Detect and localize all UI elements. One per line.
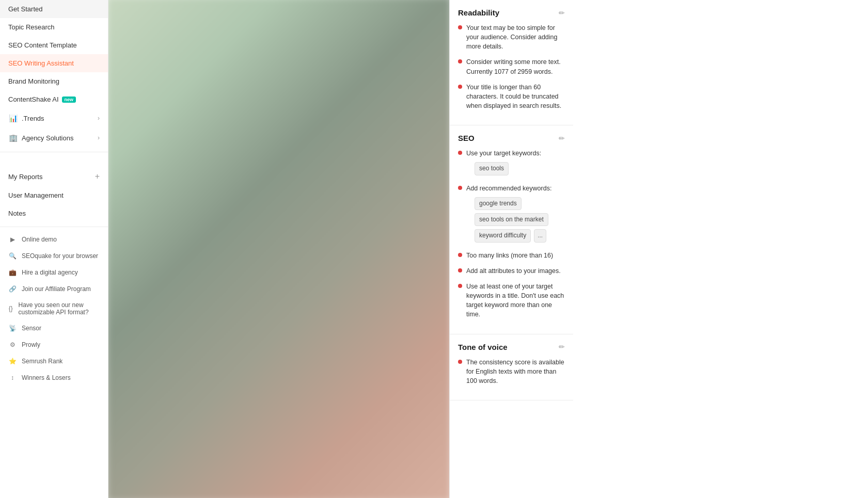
sidebar-small-item-prowly[interactable]: ⚙ Prowly	[0, 336, 108, 353]
sidebar-small-item-affiliate[interactable]: 🔗 Join our Affiliate Program	[0, 281, 108, 297]
edit-icon-readability[interactable]: ✏	[559, 9, 565, 17]
content-image	[108, 0, 449, 498]
divider	[0, 152, 108, 152]
sidebar-small-item-hire-agency[interactable]: 💼 Hire a digital agency	[0, 264, 108, 281]
sidebar-small-label-prowly: Prowly	[22, 341, 40, 348]
sidebar-expandable-label-agency-solutions: Agency Solutions	[22, 134, 73, 142]
panel-section-header-readability: Readability ✏	[458, 8, 565, 17]
panel-section-readability: Readability ✏ Your text may be too simpl…	[450, 0, 573, 125]
sidebar: Get StartedTopic ResearchSEO Content Tem…	[0, 0, 108, 498]
sidebar-small-item-semrush-rank[interactable]: ⭐ Semrush Rank	[0, 353, 108, 370]
sidebar-item-contentshake-ai[interactable]: ContentShake AInew	[0, 90, 108, 108]
sidebar-small-label-hire-agency: Hire a digital agency	[22, 269, 78, 276]
keyword-tag-google-trends: google trends	[475, 197, 522, 210]
seo-links-text: Too many links (more than 16)	[466, 251, 553, 260]
sidebar-small-item-online-demo[interactable]: ▶ Online demo	[0, 231, 108, 248]
keyword-tag-seo-tools: seo tools	[475, 162, 509, 175]
bullet-dot	[458, 284, 462, 288]
winners-losers-icon: ↕	[8, 374, 17, 382]
bullet-item-readability-0: Your text may be too simple for your aud…	[458, 23, 565, 51]
sensor-icon: 📡	[8, 324, 17, 332]
bullet-dot	[458, 268, 462, 272]
seo-target-in-title: Use at least one of your target keywords…	[458, 282, 565, 319]
seo-target-label: Use your target keywords:	[466, 150, 541, 157]
sidebar-small-label-api: Have you seen our new customizable API f…	[19, 301, 100, 316]
sidebar-expandable-trends[interactable]: 📊 .Trends ›	[0, 108, 108, 128]
sidebar-small-item-api[interactable]: {} Have you seen our new customizable AP…	[0, 297, 108, 320]
bullet-text-tone-of-voice-0: The consistency score is available for E…	[466, 358, 565, 385]
panel-section-tone-of-voice: Tone of voice ✏ The consistency score is…	[450, 334, 573, 400]
keyword-tag-seo-tools-market: seo tools on the market	[475, 213, 548, 226]
panel-section-header-seo: SEO ✏	[458, 134, 565, 142]
panel-section-title-readability: Readability	[458, 8, 499, 17]
online-demo-icon: ▶	[8, 235, 17, 244]
divider-2	[0, 227, 108, 227]
sidebar-small-label-semrush-rank: Semrush Rank	[22, 358, 62, 365]
sidebar-item-brand-monitoring[interactable]: Brand Monitoring	[0, 72, 108, 90]
my-reports-label: My Reports	[8, 173, 42, 181]
management-section-header	[0, 156, 108, 167]
more-tags: ...	[534, 229, 546, 242]
bullet-dot	[458, 186, 462, 190]
agency-solutions-icon: 🏢	[8, 133, 18, 142]
sidebar-small-label-sensor: Sensor	[22, 325, 41, 332]
panel-section-title-seo: SEO	[458, 134, 475, 142]
bullet-text-readability-2: Your title is longer than 60 characters.…	[466, 83, 565, 110]
sidebar-item-seo-content-template[interactable]: SEO Content Template	[0, 36, 108, 54]
api-icon: {}	[8, 304, 13, 313]
sidebar-item-notes[interactable]: Notes	[0, 204, 108, 222]
sidebar-small-label-seoquake: SEOquake for your browser	[22, 252, 98, 260]
bullet-text-readability-1: Consider writing some more text. Current…	[466, 57, 565, 76]
edit-icon-seo[interactable]: ✏	[559, 134, 565, 142]
seo-title-text: Use at least one of your target keywords…	[466, 282, 565, 319]
bullet-dot	[458, 253, 462, 257]
bullet-dot	[458, 85, 462, 89]
panel-section-seo: SEO ✏ Use your target keywords: seo tool…	[450, 125, 573, 334]
prowly-icon: ⚙	[8, 341, 17, 349]
seo-target-keywords-label: Use your target keywords: seo tools	[458, 149, 565, 178]
target-keyword-tags: seo tools	[475, 162, 541, 175]
sidebar-item-get-started[interactable]: Get Started	[0, 0, 108, 18]
trends-icon: 📊	[8, 114, 18, 123]
bullet-item-readability-2: Your title is longer than 60 characters.…	[458, 83, 565, 110]
sidebar-small-item-seoquake[interactable]: 🔍 SEOquake for your browser	[0, 248, 108, 264]
affiliate-icon: 🔗	[8, 285, 17, 293]
sidebar-item-topic-research[interactable]: Topic Research	[0, 18, 108, 36]
bullet-item-tone-of-voice-0: The consistency score is available for E…	[458, 358, 565, 385]
sidebar-expandable-label-trends: .Trends	[22, 115, 44, 122]
panel-section-title-tone-of-voice: Tone of voice	[458, 343, 508, 351]
edit-icon-tone-of-voice[interactable]: ✏	[559, 343, 565, 351]
seo-alt-attributes: Add alt attributes to your images.	[458, 266, 565, 276]
chevron-icon-trends: ›	[98, 115, 100, 122]
semrush-rank-icon: ⭐	[8, 357, 17, 365]
bullet-dot	[458, 360, 462, 364]
hire-agency-icon: 💼	[8, 268, 17, 277]
recommended-keyword-tags: google trends seo tools on the market ke…	[475, 197, 565, 243]
seo-alt-text: Add alt attributes to your images.	[466, 266, 561, 276]
seo-recommended-label: Add recommended keywords:	[466, 185, 551, 192]
sidebar-small-label-affiliate: Join our Affiliate Program	[22, 285, 91, 293]
new-badge: new	[62, 97, 76, 103]
seo-recommended-keywords-label: Add recommended keywords: google trends …	[458, 184, 565, 245]
sidebar-expandable-agency-solutions[interactable]: 🏢 Agency Solutions ›	[0, 128, 108, 148]
sidebar-small-label-winners-losers: Winners & Losers	[22, 374, 71, 381]
seo-too-many-links: Too many links (more than 16)	[458, 251, 565, 260]
bullet-text-readability-0: Your text may be too simple for your aud…	[466, 23, 565, 51]
bullet-dot	[458, 59, 462, 63]
keyword-tag-keyword-difficulty: keyword difficulty	[475, 229, 531, 242]
sidebar-item-user-management[interactable]: User Management	[0, 186, 108, 204]
bullet-dot	[458, 151, 462, 155]
chevron-icon-agency-solutions: ›	[98, 134, 100, 141]
bullet-item-readability-1: Consider writing some more text. Current…	[458, 57, 565, 76]
sidebar-item-seo-writing-assistant[interactable]: SEO Writing Assistant	[0, 54, 108, 72]
main-content-area	[108, 0, 449, 498]
sidebar-small-label-online-demo: Online demo	[22, 236, 57, 243]
bullet-dot	[458, 25, 462, 29]
sidebar-small-item-sensor[interactable]: 📡 Sensor	[0, 320, 108, 336]
right-panel: Readability ✏ Your text may be too simpl…	[449, 0, 573, 498]
add-report-icon[interactable]: +	[95, 172, 100, 181]
seoquake-icon: 🔍	[8, 252, 17, 260]
panel-section-header-tone-of-voice: Tone of voice ✏	[458, 343, 565, 351]
sidebar-item-my-reports[interactable]: My Reports +	[0, 167, 108, 186]
sidebar-small-item-winners-losers[interactable]: ↕ Winners & Losers	[0, 370, 108, 386]
